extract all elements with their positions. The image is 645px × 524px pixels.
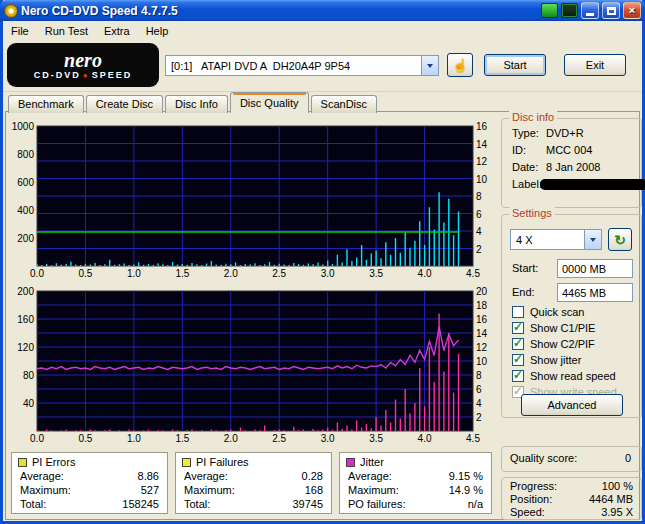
checkbox-show-jitter[interactable]: Show jitter <box>502 353 641 368</box>
speed-label: Speed: <box>510 506 545 518</box>
checkbox-quick-scan[interactable]: Quick scan <box>502 305 641 320</box>
checkbox-show-c2-pif[interactable]: Show C2/PIF <box>502 337 641 352</box>
maximize-button[interactable] <box>602 2 620 19</box>
svg-text:14: 14 <box>476 139 488 150</box>
jitter-legend-icon <box>346 458 355 467</box>
checkbox-label: Show jitter <box>530 354 581 366</box>
exit-button[interactable]: Exit <box>564 54 626 76</box>
svg-text:4.5: 4.5 <box>466 433 480 444</box>
close-button[interactable]: × <box>623 2 641 19</box>
show-read-speed-checkbox[interactable] <box>512 370 524 382</box>
overlay-monitor-icon[interactable] <box>541 3 558 18</box>
stat-label: Total: <box>20 497 46 511</box>
disc-type-label: Type: <box>512 127 546 139</box>
close-icon: × <box>629 5 635 16</box>
quick-scan-checkbox[interactable] <box>512 306 524 318</box>
disc-info-title: Disc info <box>509 111 557 123</box>
show-c1-pie-checkbox[interactable] <box>512 322 524 334</box>
start-position-input[interactable] <box>557 259 633 278</box>
stat-value: 158245 <box>122 497 159 511</box>
svg-text:4: 4 <box>476 398 482 409</box>
stat-label: Maximum: <box>20 483 71 497</box>
refresh-button[interactable]: ↻ <box>608 228 632 251</box>
nero-logo: nero CD-DVD ● SPEED <box>7 43 159 87</box>
tab-disc-quality[interactable]: Disc Quality <box>230 92 309 113</box>
end-position-label: End: <box>512 286 535 298</box>
jitter-stats: Jitter Average:9.15 % Maximum:14.9 % PO … <box>339 452 492 514</box>
svg-text:12: 12 <box>476 156 488 167</box>
stat-label: Total: <box>184 497 210 511</box>
svg-text:3.5: 3.5 <box>369 433 383 444</box>
settings-group: Settings 4 X ↻ Start: End: Quick scan Sh… <box>501 214 642 418</box>
speed-selector[interactable]: 4 X <box>510 229 602 250</box>
svg-text:1.0: 1.0 <box>127 268 141 279</box>
svg-text:16: 16 <box>476 314 488 325</box>
pi-failures-stats-title: PI Failures <box>196 456 249 468</box>
pi-errors-legend-icon <box>18 458 27 467</box>
tab-disc-info[interactable]: Disc Info <box>165 95 228 113</box>
checkbox-show-read-speed[interactable]: Show read speed <box>502 369 641 384</box>
jitter-stats-title: Jitter <box>360 456 384 468</box>
svg-text:2: 2 <box>476 412 482 423</box>
minimize-button[interactable] <box>581 2 599 19</box>
hand-icon: ☝ <box>452 58 468 73</box>
svg-text:0.0: 0.0 <box>30 268 44 279</box>
titlebar: Nero CD-DVD Speed 4.7.7.5 × <box>0 0 645 21</box>
logo-red-dot-icon: ● <box>83 71 90 80</box>
svg-text:2: 2 <box>476 244 482 255</box>
stat-label: Average: <box>20 469 64 483</box>
svg-text:2.5: 2.5 <box>272 433 286 444</box>
svg-text:6: 6 <box>476 209 482 220</box>
svg-text:4.5: 4.5 <box>466 268 480 279</box>
checkbox-show-c1-pie[interactable]: Show C1/PIE <box>502 321 641 336</box>
settings-title: Settings <box>509 207 555 219</box>
pi-failures-jitter-chart: 200160120804020181614121086420.00.51.01.… <box>9 286 499 444</box>
position-label: Position: <box>510 493 552 505</box>
svg-text:0.5: 0.5 <box>78 268 92 279</box>
window-title: Nero CD-DVD Speed 4.7.7.5 <box>21 4 538 18</box>
chevron-down-icon[interactable] <box>421 56 438 75</box>
svg-text:4.0: 4.0 <box>418 268 432 279</box>
maximize-icon <box>607 7 616 15</box>
drive-selector-value: [0:1] ATAPI DVD A DH20A4P 9P54 <box>166 60 421 72</box>
svg-text:200: 200 <box>17 233 34 244</box>
svg-text:200: 200 <box>17 286 34 297</box>
drive-selector[interactable]: [0:1] ATAPI DVD A DH20A4P 9P54 <box>165 55 439 76</box>
stat-value: 168 <box>305 483 323 497</box>
show-c2-pif-checkbox[interactable] <box>512 338 524 350</box>
progress-group: Progress: 100 % Position: 4464 MB Speed:… <box>501 477 642 520</box>
eject-hand-button[interactable]: ☝ <box>447 53 473 77</box>
advanced-button[interactable]: Advanced <box>521 394 623 416</box>
svg-text:160: 160 <box>17 314 34 325</box>
app-icon <box>4 4 18 18</box>
quality-score-group: Quality score: 0 <box>501 446 642 472</box>
tab-scandisc[interactable]: ScanDisc <box>311 95 377 113</box>
svg-text:8: 8 <box>476 370 482 381</box>
chevron-down-icon[interactable] <box>584 230 601 249</box>
svg-text:16: 16 <box>476 121 488 132</box>
svg-text:800: 800 <box>17 149 34 160</box>
svg-text:1.0: 1.0 <box>127 433 141 444</box>
refresh-icon: ↻ <box>614 232 626 248</box>
menu-file[interactable]: File <box>3 23 37 39</box>
overlay-capture-icon[interactable] <box>561 3 578 18</box>
stat-value: 14.9 % <box>449 483 483 497</box>
stat-label: Average: <box>184 469 228 483</box>
start-button[interactable]: Start <box>484 54 546 76</box>
app-window: Nero CD-DVD Speed 4.7.7.5 × File Run Tes… <box>0 0 645 524</box>
svg-text:12: 12 <box>476 342 488 353</box>
menu-run-test[interactable]: Run Test <box>37 23 96 39</box>
pi-errors-chart: 10008006004002001614121086420.00.51.01.5… <box>9 121 499 279</box>
menu-extra[interactable]: Extra <box>96 23 138 39</box>
stat-value: 8.86 <box>138 469 159 483</box>
end-position-input[interactable] <box>557 283 633 302</box>
menu-help[interactable]: Help <box>138 23 177 39</box>
stat-label: Maximum: <box>184 483 235 497</box>
svg-text:600: 600 <box>17 177 34 188</box>
svg-text:18: 18 <box>476 300 488 311</box>
show-jitter-checkbox[interactable] <box>512 354 524 366</box>
tab-strip: Benchmark Create Disc Disc Info Disc Qua… <box>8 92 379 113</box>
tab-benchmark[interactable]: Benchmark <box>8 95 84 113</box>
tab-create-disc[interactable]: Create Disc <box>86 95 163 113</box>
pi-failures-stats: PI Failures Average:0.28 Maximum:168 Tot… <box>175 452 332 514</box>
